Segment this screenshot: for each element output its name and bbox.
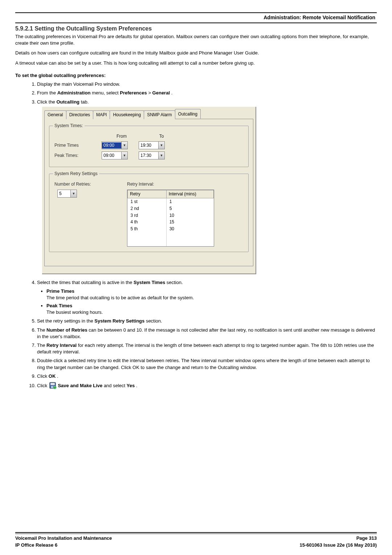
table-row[interactable]: 5 th30: [128, 226, 214, 232]
step-2-a: From the: [37, 90, 57, 96]
step-10: Click Save and Make Live and select Yes …: [37, 382, 377, 389]
group-system-times: System Times: From To Prime Times 09:00 …: [49, 126, 249, 167]
retry-cell: 3 rd: [128, 212, 167, 219]
tab-general[interactable]: General: [44, 110, 66, 119]
col-to: To: [142, 133, 181, 139]
save-floppy-icon: [49, 382, 57, 389]
legend-system-retry: System Retry Settings: [53, 171, 99, 177]
table-row[interactable]: 4 th15: [128, 219, 214, 226]
intro-para-3: A timeout value can also be set by a use…: [15, 60, 377, 66]
prime-to-select[interactable]: 19:30 ▼: [139, 141, 165, 149]
row-num-retries: Number of Retries: Retry Interval:: [54, 181, 243, 187]
step-5-a: Set the retry settings in the: [37, 318, 94, 324]
peak-from-select[interactable]: 09:00 ▼: [102, 151, 128, 159]
step-5: Set the retry settings in the System Ret…: [37, 318, 377, 324]
prime-from-select[interactable]: 09:00 ▼: [102, 141, 128, 149]
label-prime-times: Prime Times: [54, 142, 102, 149]
step-6: The Number of Retries can be between 0 a…: [37, 327, 377, 340]
col-retry: Retry: [128, 190, 167, 198]
step-9-b: OK: [49, 373, 56, 379]
tab-housekeeping[interactable]: Housekeeping: [110, 110, 144, 119]
bullet-prime-desc: The time period that outcalling is to be…: [46, 295, 194, 300]
peak-to-select[interactable]: 17:30 ▼: [139, 151, 165, 159]
steps-list: Display the main Voicemail Pro window. F…: [37, 81, 377, 389]
retry-cell: 1 st: [128, 198, 167, 205]
step-4-b: System Times: [134, 280, 165, 285]
step-6-b: Number of Retries: [46, 327, 87, 333]
label-peak-times: Peak Times:: [54, 153, 102, 159]
bullet-peak-label: Peak Times: [46, 303, 72, 308]
page-footer: Voicemail Pro Installation and Maintenan…: [15, 532, 377, 548]
bullet-peak-desc: The busiest working hours.: [46, 309, 103, 315]
interval-cell: 10: [166, 212, 213, 219]
chevron-down-icon: ▼: [158, 152, 164, 159]
group-system-retry: System Retry Settings Number of Retries:…: [49, 174, 249, 252]
bullet-prime: Prime Times The time period that outcall…: [46, 288, 377, 301]
step-2: From the Administration menu, select Pre…: [37, 90, 377, 96]
retry-cell: 2 nd: [128, 205, 167, 212]
step-4-bullets: Prime Times The time period that outcall…: [46, 288, 377, 316]
svg-point-4: [53, 386, 56, 389]
intro-para-2: Details on how users can configure outca…: [15, 50, 377, 56]
intro-para-1: The outcalling preferences in Voicemail …: [15, 33, 377, 46]
tab-snmp-alarm[interactable]: SNMP Alarm: [144, 110, 175, 119]
step-10-a: Click: [37, 383, 49, 388]
prime-to-value: 19:30: [139, 142, 158, 149]
step-2-g: .: [171, 90, 173, 96]
tab-directories[interactable]: Directories: [66, 110, 93, 119]
bullet-peak: Peak Times The busiest working hours.: [46, 303, 377, 316]
step-7-a: The: [37, 343, 46, 348]
step-2-c: menu, select: [92, 90, 120, 96]
footer-rule-1: [15, 532, 377, 533]
tab-strip: General Directories MAPI Housekeeping SN…: [42, 107, 256, 119]
num-retries-value: 5: [58, 191, 70, 197]
step-4-a: Select the times that outcalling is acti…: [37, 280, 134, 285]
peak-from-value: 09:00: [102, 153, 121, 159]
chevron-down-icon: ▼: [158, 142, 164, 149]
section-heading: Setting the Outcalling System Preference…: [34, 25, 152, 32]
step-5-c: section.: [146, 318, 162, 324]
step-10-e: .: [136, 383, 138, 388]
interval-cell: 30: [166, 226, 213, 232]
svg-rect-1: [50, 383, 55, 385]
row-prime-times: Prime Times 09:00 ▼ 19:30 ▼: [54, 141, 243, 149]
step-7: The Retry Interval for each retry attemp…: [37, 342, 377, 355]
step-9-c: .: [57, 373, 58, 379]
interval-cell: 5: [166, 205, 213, 212]
col-from: From: [102, 133, 142, 139]
footer-right-2: 15-601063 Issue 22e (16 May 2010): [300, 542, 377, 548]
step-7-b: Retry Interval: [46, 343, 77, 348]
footer-left-2: IP Office Release 6: [15, 542, 57, 548]
table-row[interactable]: 1 st1: [128, 198, 214, 205]
tab-mapi[interactable]: MAPI: [93, 110, 110, 119]
step-8: Double-click a selected retry time to ed…: [37, 357, 377, 370]
retry-left: 5 ▼: [54, 190, 98, 198]
num-retries-select[interactable]: 5 ▼: [57, 190, 77, 198]
step-1-text: Display the main Voicemail Pro window.: [37, 81, 120, 87]
col-interval: Interval (mins): [166, 190, 213, 198]
step-9: Click OK .: [37, 373, 377, 380]
step-2-general: General: [152, 90, 170, 96]
step-8-a: Double-click a selected retry time to ed…: [37, 358, 370, 370]
page-header: Administration: Remote Voicemail Notific…: [15, 14, 377, 23]
step-3-c: tab.: [81, 99, 89, 105]
section-number: 5.9.2.1: [15, 25, 33, 32]
bullet-prime-label: Prime Times: [46, 288, 74, 294]
chevron-down-icon: ▼: [121, 152, 127, 159]
step-7-c: for each retry attempt. The interval is …: [37, 343, 374, 355]
tab-outcalling[interactable]: Outcalling: [175, 109, 201, 119]
interval-cell: 15: [166, 219, 213, 226]
step-2-prefs: Preferences: [120, 90, 147, 96]
table-row[interactable]: 3 rd10: [128, 212, 214, 219]
step-3-a: Click the: [37, 99, 56, 105]
tab-outcalling-body: System Times: From To Prime Times 09:00 …: [44, 119, 253, 266]
retry-interval-table[interactable]: Retry Interval (mins) 1 st1 2 nd5 3 rd10: [127, 190, 214, 246]
step-2-admin: Administration: [57, 90, 91, 96]
prime-from-value: 09:00: [102, 142, 121, 149]
step-6-a: The: [37, 327, 46, 333]
retry-cell: 5 th: [128, 226, 167, 232]
step-5-b: System Retry Settings: [94, 318, 144, 324]
interval-cell: 1: [166, 198, 213, 205]
step-3: Click the Outcalling tab. General Direct…: [37, 99, 377, 274]
table-row[interactable]: 2 nd5: [128, 205, 214, 212]
